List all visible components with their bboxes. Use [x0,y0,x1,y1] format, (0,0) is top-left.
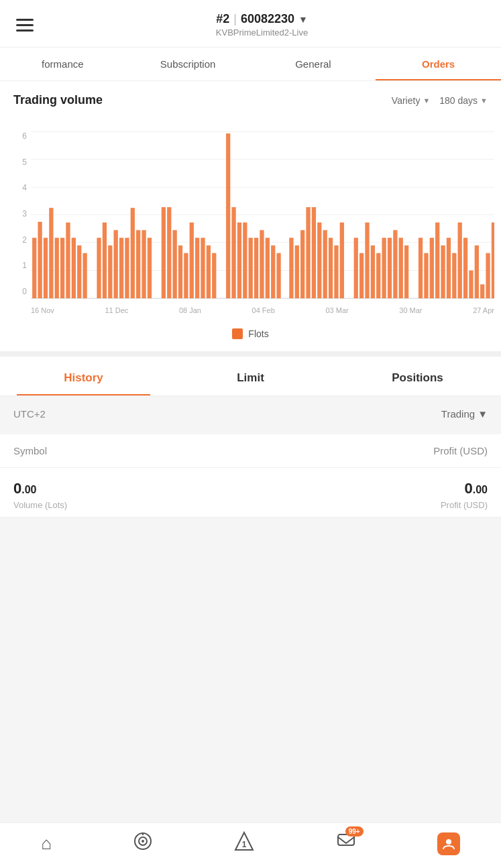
svg-rect-27 [201,238,205,298]
svg-rect-38 [271,245,275,298]
svg-rect-29 [212,253,216,298]
nav-home[interactable]: ⌂ [41,833,52,854]
bottom-nav: ⌂ 1 99+ [0,822,501,868]
bars-and-xaxis: 16 Nov 11 Dec 08 Jan 04 Feb 03 Mar 30 Ma… [31,131,494,319]
svg-rect-58 [399,238,403,298]
y-label-4: 4 [7,183,31,192]
header-title: #2 | 60082230 ▼ [36,12,488,26]
svg-rect-61 [424,253,428,298]
svg-rect-17 [136,230,140,298]
legend-label: Flots [248,328,268,339]
svg-rect-25 [190,223,194,298]
dropdown-arrow-icon[interactable]: ▼ [298,14,308,25]
x-label-apr: 27 Apr [473,306,494,314]
svg-rect-12 [108,245,112,298]
svg-rect-70 [475,245,479,298]
svg-rect-54 [376,253,380,298]
svg-rect-36 [260,230,264,298]
hamburger-menu[interactable] [13,16,36,34]
svg-rect-30 [226,133,230,298]
chart-container: 6 5 4 3 2 1 0 [0,125,501,351]
trading-volume-title: Trading volume [13,93,103,107]
svg-rect-44 [312,207,316,298]
svg-rect-73 [492,223,494,298]
svg-rect-14 [119,238,123,298]
x-label-nov: 16 Nov [31,306,54,314]
tab-general[interactable]: General [251,48,376,80]
header: #2 | 60082230 ▼ KVBPrimeLimited2-Live [0,0,501,48]
svg-rect-53 [371,245,375,298]
x-label-jan: 08 Jan [179,306,201,314]
trading-volume-header: Trading volume Variety ▼ 180 days ▼ [13,93,488,107]
svg-rect-67 [458,223,462,298]
svg-rect-51 [359,253,364,298]
y-axis: 6 5 4 3 2 1 0 [7,131,31,299]
profit-value: 0.00 [465,480,488,497]
svg-rect-5 [60,238,64,298]
svg-rect-10 [97,238,101,298]
svg-rect-55 [382,238,386,298]
profile-icon [437,832,460,855]
profit-label: Profit (USD) [433,445,488,456]
svg-rect-1 [38,222,42,298]
nav-profile[interactable] [437,832,460,855]
svg-rect-33 [243,223,247,298]
variety-filter[interactable]: Variety ▼ [392,95,430,106]
account-number: #2 [216,12,229,26]
variety-arrow-icon: ▼ [423,97,430,105]
volume-group: 0.00 Volume (Lots) [13,480,67,510]
profit-sub: Profit (USD) [441,500,488,510]
sub-tab-history[interactable]: History [0,357,167,395]
svg-rect-62 [430,238,434,298]
chart-area: 6 5 4 3 2 1 0 [7,131,494,319]
svg-rect-2 [44,238,48,298]
svg-rect-22 [172,230,176,298]
svg-rect-15 [125,238,129,298]
home-icon: ⌂ [41,833,52,854]
nav-message[interactable]: 99+ [337,832,355,855]
svg-rect-59 [404,245,408,298]
svg-rect-35 [254,238,258,298]
history-table: Symbol Profit (USD) 0.00 Volume (Lots) 0… [0,434,501,517]
svg-rect-24 [184,253,188,298]
trading-filter-arrow-icon: ▼ [478,408,488,420]
svg-rect-32 [237,223,241,298]
svg-rect-18 [142,230,146,298]
utc-label: UTC+2 [13,408,46,420]
trading-volume-section: Trading volume Variety ▼ 180 days ▼ [0,81,501,125]
trading-filter[interactable]: Trading ▼ [441,408,488,420]
x-label-feb: 04 Feb [252,306,275,314]
svg-rect-68 [463,238,467,298]
svg-rect-37 [266,238,270,298]
header-center: #2 | 60082230 ▼ KVBPrimeLimited2-Live [36,12,488,38]
legend-box [232,328,243,339]
divider: | [233,12,237,26]
svg-rect-41 [295,245,299,298]
tab-performance[interactable]: formance [0,48,125,80]
sub-tab-positions[interactable]: Positions [334,357,501,395]
x-label-mar2: 30 Mar [399,306,422,314]
svg-rect-26 [195,238,199,298]
days-filter[interactable]: 180 days ▼ [439,95,488,106]
svg-rect-65 [447,238,451,298]
nav-trade[interactable]: 1 [234,831,254,856]
volume-sub: Volume (Lots) [13,500,67,510]
svg-rect-20 [162,207,166,298]
svg-rect-9 [82,253,87,298]
account-subtitle: KVBPrimeLimited2-Live [36,27,488,38]
volume-value: 0.00 [13,480,67,497]
svg-rect-0 [32,238,36,298]
nav-signal[interactable] [133,832,152,855]
svg-rect-3 [49,208,53,298]
tab-subscription[interactable]: Subscription [125,48,251,80]
svg-rect-46 [323,230,327,298]
tab-orders[interactable]: Orders [376,48,501,80]
svg-rect-7 [72,238,76,298]
svg-rect-64 [441,245,445,298]
svg-rect-40 [289,238,293,298]
y-label-5: 5 [7,158,31,167]
svg-rect-39 [276,253,280,298]
history-table-header: Symbol Profit (USD) [0,434,501,468]
sub-tab-limit[interactable]: Limit [167,357,334,395]
svg-rect-23 [178,245,182,298]
